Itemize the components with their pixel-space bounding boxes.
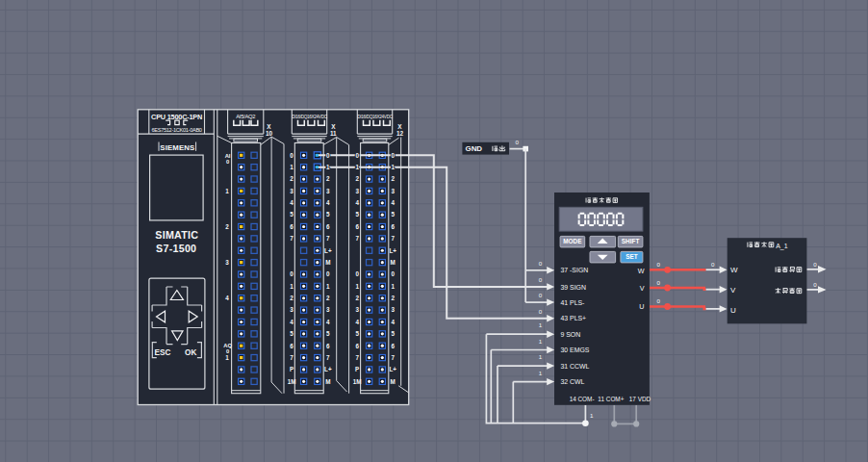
svg-text:0: 0 [813, 261, 817, 268]
svg-text:2: 2 [225, 223, 229, 230]
svg-text:L+: L+ [389, 366, 396, 372]
svg-text:P: P [355, 366, 359, 372]
svg-text:OK: OK [185, 348, 196, 357]
svg-text:S7-1500: S7-1500 [156, 243, 196, 254]
svg-text:CPU 1500C-1PN: CPU 1500C-1PN [151, 113, 202, 121]
svg-text:U: U [639, 302, 644, 311]
svg-text:4: 4 [355, 319, 359, 325]
svg-text:3: 3 [391, 188, 395, 194]
svg-text:2: 2 [355, 295, 359, 301]
svg-text:11: 11 [330, 130, 337, 137]
svg-text:2: 2 [326, 175, 330, 182]
svg-text:31 CCWL: 31 CCWL [561, 363, 590, 370]
svg-text:5: 5 [290, 330, 294, 337]
svg-text:SET: SET [625, 253, 638, 260]
svg-text:DI16/DQ16X24VDC: DI16/DQ16X24VDC [292, 115, 327, 119]
svg-text:2: 2 [290, 175, 294, 182]
svg-text:4: 4 [391, 199, 395, 206]
svg-text:0: 0 [711, 261, 715, 268]
svg-text:4: 4 [290, 319, 294, 325]
svg-text:6ES7512-1CK01-0AB0: 6ES7512-1CK01-0AB0 [152, 127, 202, 133]
svg-text:0: 0 [539, 292, 543, 298]
svg-text:L+: L+ [389, 247, 396, 254]
svg-text:43 PLS+: 43 PLS+ [561, 315, 587, 321]
svg-text:A_1: A_1 [776, 243, 788, 250]
svg-text:0: 0 [391, 152, 395, 159]
svg-text:V: V [640, 284, 645, 293]
svg-text:6: 6 [391, 343, 395, 349]
svg-text:41 PLS-: 41 PLS- [561, 299, 585, 306]
svg-text:X: X [397, 123, 402, 130]
svg-text:0: 0 [657, 261, 661, 268]
svg-text:3: 3 [290, 306, 294, 313]
svg-text:1: 1 [590, 412, 594, 419]
svg-text:0: 0 [290, 152, 294, 159]
svg-text:6: 6 [391, 223, 395, 230]
svg-text:AI: AI [225, 153, 231, 159]
svg-text:11 COM+: 11 COM+ [598, 396, 624, 402]
svg-text:1: 1 [539, 353, 543, 360]
svg-text:0: 0 [355, 152, 359, 159]
svg-text:M: M [391, 259, 396, 266]
svg-text:4: 4 [326, 199, 330, 206]
svg-text:0: 0 [813, 281, 817, 288]
svg-text:1: 1 [391, 283, 395, 290]
svg-text:5: 5 [391, 330, 395, 337]
svg-text:9 SON: 9 SON [561, 331, 581, 338]
svg-text:4: 4 [290, 199, 294, 206]
svg-text:5: 5 [290, 211, 294, 218]
svg-text:3: 3 [355, 188, 359, 194]
svg-text:1: 1 [539, 321, 543, 328]
svg-text:32 CWL: 32 CWL [561, 378, 585, 385]
svg-text:30 EMGS: 30 EMGS [561, 346, 590, 353]
svg-text:7: 7 [326, 235, 330, 242]
svg-text:0: 0 [326, 270, 330, 277]
svg-text:6: 6 [290, 343, 294, 349]
svg-text:SIMATIC: SIMATIC [155, 229, 198, 241]
svg-text:7: 7 [355, 354, 359, 361]
svg-text:7: 7 [290, 354, 294, 361]
svg-text:X: X [267, 123, 271, 130]
svg-text:2: 2 [391, 295, 395, 301]
svg-text:W: W [730, 266, 738, 274]
svg-text:5: 5 [355, 330, 359, 337]
svg-text:AI5/AQ2: AI5/AQ2 [236, 114, 255, 119]
svg-text:0: 0 [539, 260, 543, 267]
svg-text:0: 0 [355, 270, 359, 277]
svg-text:1: 1 [539, 338, 543, 345]
svg-text:3: 3 [290, 188, 294, 194]
svg-text:3: 3 [326, 188, 330, 194]
svg-text:1: 1 [290, 283, 294, 290]
svg-text:2: 2 [355, 175, 359, 182]
svg-text:0: 0 [290, 270, 294, 277]
svg-text:1M: 1M [288, 378, 296, 385]
svg-text:6: 6 [355, 223, 359, 230]
svg-text:2: 2 [290, 295, 294, 301]
svg-text:4: 4 [391, 319, 395, 325]
svg-text:0: 0 [539, 308, 543, 315]
svg-text:M: M [325, 259, 330, 266]
svg-text:0: 0 [539, 276, 543, 283]
svg-text:3: 3 [225, 259, 229, 266]
svg-text:M: M [391, 378, 396, 385]
svg-text:5: 5 [391, 211, 395, 218]
svg-text:DI16/DQ16X24VDC: DI16/DQ16X24VDC [357, 115, 393, 119]
svg-text:14 COM-: 14 COM- [570, 396, 595, 402]
svg-text:6: 6 [326, 343, 330, 349]
svg-text:M: M [325, 378, 330, 385]
svg-text:7: 7 [391, 235, 395, 242]
svg-text:6: 6 [355, 343, 359, 349]
svg-text:4: 4 [225, 295, 229, 301]
svg-text:0: 0 [657, 279, 661, 286]
svg-text:X: X [331, 123, 336, 130]
svg-text:3: 3 [391, 306, 395, 313]
svg-text:L+: L+ [324, 366, 332, 372]
svg-text:1: 1 [326, 164, 330, 170]
svg-text:0: 0 [391, 270, 395, 277]
svg-text:SHIFT: SHIFT [622, 238, 640, 244]
svg-text:MODE: MODE [563, 238, 582, 244]
svg-text:12: 12 [396, 130, 404, 137]
svg-text:7: 7 [290, 235, 294, 242]
svg-text:10: 10 [266, 130, 273, 137]
svg-text:1: 1 [225, 354, 229, 361]
